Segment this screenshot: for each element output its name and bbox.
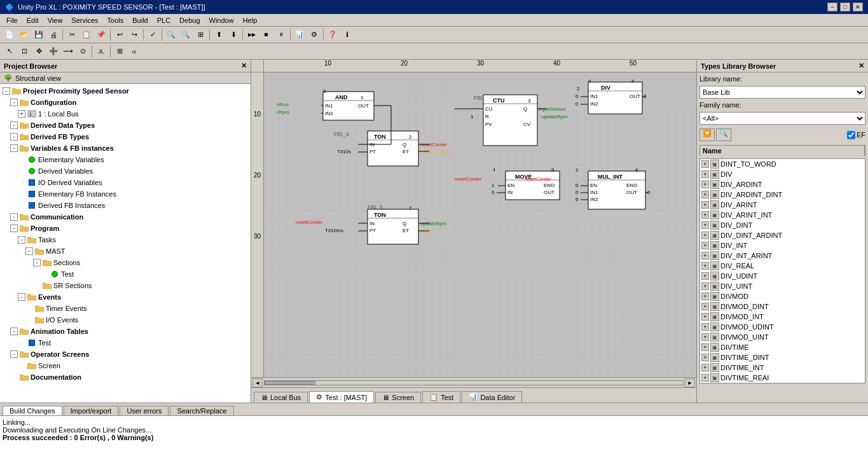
cursor-button[interactable]: ↖ bbox=[3, 45, 17, 59]
var-button[interactable]: 𝛼 bbox=[127, 45, 141, 59]
tree-item-timer-ev[interactable]: Timer Events bbox=[1, 303, 249, 314]
tree-item-derived-vars[interactable]: Derived Variables bbox=[1, 165, 249, 177]
open-button[interactable]: 📂 bbox=[17, 28, 31, 42]
ef-checkbox[interactable] bbox=[847, 131, 855, 139]
type-expand-20[interactable]: + bbox=[701, 364, 709, 371]
tree-item-tasks[interactable]: -Tasks bbox=[1, 234, 249, 245]
type-item-16[interactable]: +▣DIVMOD_UDINT bbox=[700, 322, 865, 332]
tree-item-program[interactable]: -Program bbox=[1, 223, 249, 234]
scroll-right-btn[interactable]: ► bbox=[685, 378, 695, 387]
expand-derived-fb[interactable]: - bbox=[10, 133, 18, 141]
check-button[interactable]: ✓ bbox=[146, 28, 160, 42]
expand-proj[interactable]: - bbox=[3, 87, 10, 95]
scroll-left-btn[interactable]: ◄ bbox=[252, 378, 263, 387]
types-filter-btn[interactable]: 🔽 bbox=[699, 128, 715, 141]
tree-item-sr-sections[interactable]: SR Sections bbox=[1, 280, 249, 291]
expand-derived-dt[interactable]: - bbox=[10, 121, 18, 129]
type-expand-19[interactable]: + bbox=[701, 354, 709, 361]
tree-item-events[interactable]: -Events bbox=[1, 291, 249, 303]
type-item-2[interactable]: +▣DIV_ARDINT bbox=[700, 179, 865, 190]
tab-test-mast[interactable]: ⚙ Test : [MAST] bbox=[309, 391, 374, 403]
tree-item-mast[interactable]: -MAST bbox=[1, 245, 249, 257]
type-expand-13[interactable]: + bbox=[701, 293, 709, 300]
type-item-15[interactable]: +▣DIVMOD_INT bbox=[700, 312, 865, 322]
types-browser-close[interactable]: ✕ bbox=[858, 62, 864, 70]
tree-item-sections[interactable]: -Sections bbox=[1, 257, 249, 268]
type-expand-6[interactable]: + bbox=[701, 221, 709, 229]
type-item-5[interactable]: +▣DIV_ARINT_INT bbox=[700, 210, 865, 220]
connect-button[interactable]: ➕ bbox=[46, 45, 60, 59]
menu-view[interactable]: View bbox=[44, 16, 67, 25]
diagram-canvas[interactable]: FBI_2 FBI_4 FBI_5 AND 1 IN1 OUT IN2 bbox=[264, 73, 696, 377]
expand-program[interactable]: - bbox=[10, 225, 18, 232]
download-button[interactable]: ⬇ bbox=[226, 28, 240, 42]
expand-vars-fb[interactable]: - bbox=[10, 144, 18, 152]
tree-item-derived-fb2[interactable]: Derived FB Instances bbox=[1, 200, 249, 211]
library-select[interactable]: Base Lib bbox=[699, 86, 865, 99]
zoom-out-button[interactable]: 🔍 bbox=[179, 28, 193, 42]
type-expand-15[interactable]: + bbox=[701, 313, 709, 321]
menu-build[interactable]: Build bbox=[128, 16, 151, 25]
status-tab-errors[interactable]: User errors bbox=[120, 406, 169, 415]
type-expand-11[interactable]: + bbox=[701, 272, 709, 280]
tree-item-anim-test[interactable]: Test bbox=[1, 337, 249, 349]
minimize-button[interactable]: − bbox=[827, 3, 837, 11]
expand-localbus[interactable]: + bbox=[18, 110, 25, 118]
tree-item-derived-dt[interactable]: -Derived Data Types bbox=[1, 120, 249, 131]
cut-button[interactable]: ✂ bbox=[65, 28, 79, 42]
type-item-1[interactable]: +▣DIV bbox=[700, 169, 865, 179]
tree-item-localbus[interactable]: +11 : Local Bus bbox=[1, 108, 249, 120]
type-expand-2[interactable]: + bbox=[701, 181, 709, 188]
expand-events[interactable]: - bbox=[18, 293, 25, 301]
tree-item-elem-fb[interactable]: Elementary FB Instances bbox=[1, 188, 249, 200]
type-expand-16[interactable]: + bbox=[701, 323, 709, 331]
zoom-fit-button[interactable]: ⊞ bbox=[193, 28, 207, 42]
menu-debug[interactable]: Debug bbox=[176, 16, 203, 25]
family-select[interactable]: <All> bbox=[699, 112, 865, 125]
tree-item-io-ev[interactable]: I/O Events bbox=[1, 314, 249, 326]
close-button[interactable]: ✕ bbox=[853, 3, 863, 11]
menu-window[interactable]: Window bbox=[205, 16, 238, 25]
type-item-13[interactable]: +▣DIVMOD bbox=[700, 291, 865, 301]
print-button[interactable]: 🖨 bbox=[46, 28, 60, 42]
tree-item-test[interactable]: Test bbox=[1, 268, 249, 280]
wire-button[interactable]: ⟶ bbox=[61, 45, 75, 59]
type-expand-18[interactable]: + bbox=[701, 343, 709, 351]
type-item-4[interactable]: +▣DIV_ARINT bbox=[700, 200, 865, 210]
type-item-14[interactable]: +▣DIVMOD_DINT bbox=[700, 301, 865, 312]
type-expand-8[interactable]: + bbox=[701, 242, 709, 249]
undo-button[interactable]: ↩ bbox=[113, 28, 127, 42]
type-item-18[interactable]: +▣DIVTIME bbox=[700, 342, 865, 352]
type-item-21[interactable]: +▣DIVTIME_REAI bbox=[700, 373, 865, 383]
move-button[interactable]: ✥ bbox=[32, 45, 46, 59]
copy-button[interactable]: 📋 bbox=[79, 28, 93, 42]
grid-button[interactable]: ⊞ bbox=[113, 45, 127, 59]
tree-item-anim-tables[interactable]: -Animation Tables bbox=[1, 326, 249, 337]
tree-item-documentation[interactable]: Documentation bbox=[1, 371, 249, 383]
type-expand-17[interactable]: + bbox=[701, 333, 709, 341]
status-tab-build[interactable]: Build Changes bbox=[3, 406, 62, 415]
stop-button[interactable]: ⏹ bbox=[259, 28, 273, 42]
redo-button[interactable]: ↪ bbox=[127, 28, 141, 42]
expand-comm[interactable]: - bbox=[10, 213, 18, 221]
tree-item-io-derived[interactable]: IO Derived Variables bbox=[1, 177, 249, 188]
pause-button[interactable]: ⏸ bbox=[274, 28, 288, 42]
type-expand-10[interactable]: + bbox=[701, 262, 709, 270]
h-scroll-track[interactable] bbox=[264, 380, 684, 385]
new-button[interactable]: 📄 bbox=[3, 28, 17, 42]
tree-item-screen[interactable]: Screen bbox=[1, 360, 249, 371]
menu-tools[interactable]: Tools bbox=[104, 16, 128, 25]
help-button[interactable]: ❓ bbox=[326, 28, 340, 42]
type-item-19[interactable]: +▣DIVTIME_DINT bbox=[700, 352, 865, 363]
paste-button[interactable]: 📌 bbox=[94, 28, 108, 42]
menu-edit[interactable]: Edit bbox=[23, 16, 43, 25]
type-item-3[interactable]: +▣DIV_ARDINT_DINT bbox=[700, 190, 865, 200]
h-scroll-thumb[interactable] bbox=[265, 381, 315, 385]
tree-item-derived-fb[interactable]: -Derived FB Types bbox=[1, 131, 249, 142]
tab-local-bus[interactable]: 🖥 Local Bus bbox=[254, 392, 308, 403]
status-tab-search[interactable]: Search/Replace bbox=[170, 406, 233, 415]
type-item-8[interactable]: +▣DIV_INT bbox=[700, 240, 865, 251]
expand-config[interactable]: - bbox=[10, 99, 18, 106]
type-item-6[interactable]: +▣DIV_DINT bbox=[700, 220, 865, 230]
info-button[interactable]: ℹ bbox=[340, 28, 354, 42]
